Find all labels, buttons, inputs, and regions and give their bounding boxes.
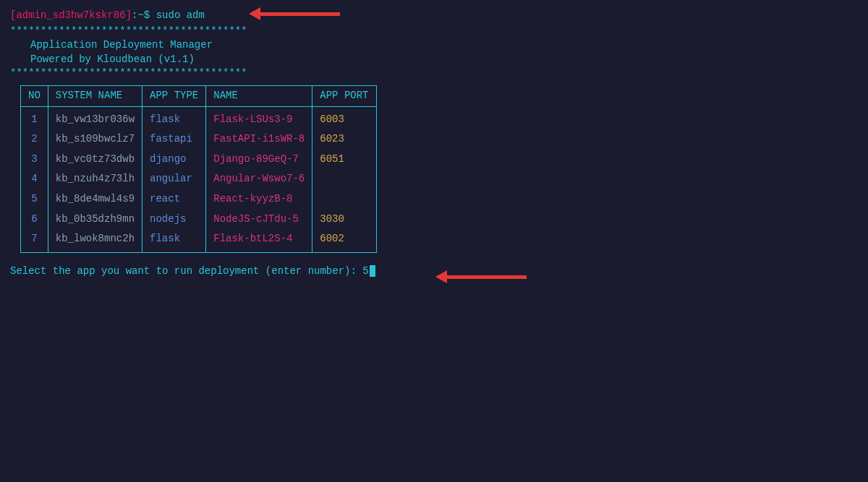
cell-name: Angular-Wswo7-6 (206, 169, 312, 189)
banner-subtitle: Powered by Kloudbean (v1.1) (10, 53, 858, 67)
cell-port: 6003 (312, 106, 376, 129)
th-name: NAME (206, 85, 312, 106)
select-prompt-text: Select the app you want to run deploymen… (10, 265, 362, 277)
arrow-shaft (447, 275, 527, 279)
cell-type: flask (142, 106, 206, 129)
cell-port (312, 169, 376, 189)
prompt-dollar: $ (144, 9, 150, 21)
cell-no: 7 (21, 229, 48, 252)
cell-system: kb_8de4mwl4s9 (48, 189, 142, 210)
cell-name: Django-89GeQ-7 (206, 150, 312, 170)
banner-stars-bottom: *************************************** (10, 66, 858, 81)
text-cursor (370, 265, 375, 277)
cell-no: 5 (21, 189, 48, 210)
cell-no: 2 (21, 129, 48, 150)
cell-port: 3030 (312, 210, 376, 230)
cell-system: kb_vw13br036w (48, 106, 142, 129)
app-table: NO SYSTEM NAME APP TYPE NAME APP PORT 1k… (10, 85, 858, 253)
table-row: 6kb_0b35dzh9mnnodejsNodeJS-cJTdu-53030 (21, 210, 377, 230)
table-row: 5kb_8de4mwl4s9reactReact-kyyzB-8 (21, 189, 377, 210)
th-system: SYSTEM NAME (48, 85, 142, 106)
cell-name: Flask-LSUs3-9 (206, 106, 312, 129)
cell-system: kb_nzuh4z73lh (48, 169, 142, 189)
cell-name: NodeJS-cJTdu-5 (206, 210, 312, 230)
select-prompt-line: Select the app you want to run deploymen… (10, 264, 858, 279)
cell-type: django (142, 150, 206, 170)
th-no: NO (21, 85, 48, 106)
th-port: APP PORT (312, 85, 376, 106)
cell-system: kb_lwok8mnc2h (48, 229, 142, 252)
select-input-value[interactable]: 5 (362, 265, 368, 277)
table-row: 1kb_vw13br036wflaskFlask-LSUs3-96003 (21, 106, 377, 129)
cell-type: flask (142, 229, 206, 252)
cell-system: kb_0b35dzh9mn (48, 210, 142, 230)
cell-no: 1 (21, 106, 48, 129)
banner-title: Application Deployment Manager (10, 38, 858, 53)
table-header-row: NO SYSTEM NAME APP TYPE NAME APP PORT (21, 85, 377, 106)
cell-port: 6051 (312, 150, 376, 170)
cell-port: 6002 (312, 229, 376, 252)
cell-name: FastAPI-i1sWR-8 (206, 129, 312, 150)
th-type: APP TYPE (142, 85, 206, 106)
shell-prompt-line: [admin_sd3hw7kskr86]:~$ sudo adm (10, 9, 858, 23)
cell-no: 3 (21, 150, 48, 170)
cell-system: kb_vc0tz73dwb (48, 150, 142, 170)
prompt-close-bracket: ] (126, 9, 132, 21)
cell-port (312, 189, 376, 210)
table-row: 4kb_nzuh4z73lhangularAngular-Wswo7-6 (21, 169, 377, 189)
cell-type: react (142, 189, 206, 210)
table-row: 3kb_vc0tz73dwbdjangoDjango-89GeQ-76051 (21, 150, 377, 170)
cell-name: Flask-btL2S-4 (206, 229, 312, 252)
arrow-head-icon (249, 7, 260, 20)
prompt-user: admin_sd3hw7kskr86 (16, 9, 125, 21)
cell-no: 4 (21, 169, 48, 189)
cell-name: React-kyyzB-8 (206, 189, 312, 210)
annotation-arrow-input (435, 270, 527, 283)
command-text[interactable]: sudo adm (156, 9, 205, 21)
arrow-head-icon (435, 270, 447, 283)
cell-type: fastapi (142, 129, 206, 150)
annotation-arrow-command (249, 7, 340, 20)
table-row: 7kb_lwok8mnc2hflaskFlask-btL2S-46002 (21, 229, 377, 252)
table-row: 2kb_s109bwclz7fastapiFastAPI-i1sWR-86023 (21, 129, 377, 150)
cell-system: kb_s109bwclz7 (48, 129, 142, 150)
prompt-path: ~ (137, 9, 143, 21)
cell-no: 6 (21, 210, 48, 230)
cell-type: angular (142, 169, 206, 189)
cell-port: 6023 (312, 129, 376, 150)
banner-stars-top: *************************************** (10, 25, 858, 39)
arrow-shaft (260, 12, 340, 16)
cell-type: nodejs (142, 210, 206, 230)
